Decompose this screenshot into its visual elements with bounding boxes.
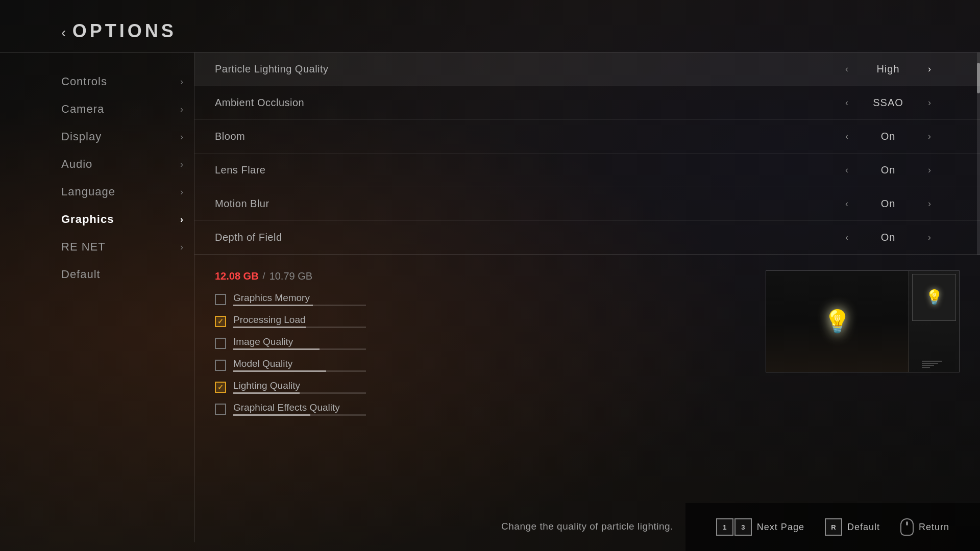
sidebar-label-renet: RE NET: [61, 240, 106, 254]
setting-row-ambient-occlusion: Ambient Occlusion ‹ SSAO ›: [194, 86, 980, 120]
sidebar-label-language: Language: [61, 185, 115, 198]
setting-value-lens-flare: On: [863, 164, 914, 176]
sidebar: Controls › Camera › Display › Audio › La…: [0, 53, 194, 542]
progress-bar-model-quality: [233, 370, 366, 372]
sidebar-item-display[interactable]: Display ›: [61, 123, 194, 151]
chevron-icon: ›: [180, 214, 184, 225]
chevron-icon: ›: [180, 132, 184, 142]
bottom-nav: 1 3 Next Page R Default Return: [685, 503, 980, 551]
setting-controls-motion-blur: ‹ On ›: [817, 196, 960, 211]
default-button[interactable]: R Default: [815, 513, 890, 541]
description-text: Change the quality of particle lighting.: [501, 521, 673, 532]
header: ‹ OPTIONS: [0, 0, 980, 53]
arrow-right-bloom[interactable]: ›: [924, 129, 935, 144]
setting-row-bloom: Bloom ‹ On ›: [194, 120, 980, 154]
sidebar-label-default: Default: [61, 268, 101, 281]
progress-fill-lighting-quality: [233, 392, 300, 394]
setting-name-lens-flare: Lens Flare: [215, 164, 817, 176]
default-label: Default: [847, 522, 880, 533]
progress-bar-lighting-quality: [233, 392, 366, 394]
sidebar-label-audio: Audio: [61, 158, 92, 171]
progress-bar-processing-load: [233, 327, 366, 328]
checkbox-model-quality[interactable]: [215, 360, 226, 371]
checkbox-label-graphical-effects: Graphical Effects Quality: [233, 402, 366, 413]
setting-name-motion-blur: Motion Blur: [215, 198, 817, 210]
sidebar-item-renet[interactable]: RE NET ›: [61, 233, 194, 261]
setting-name-particle-lighting: Particle Lighting Quality: [215, 63, 817, 75]
setting-value-particle-lighting: High: [863, 63, 914, 75]
setting-name-depth-of-field: Depth of Field: [215, 232, 817, 243]
arrow-right-particle-lighting[interactable]: ›: [924, 62, 935, 77]
return-button[interactable]: Return: [890, 513, 960, 541]
progress-bar-graphics-memory: [233, 305, 366, 306]
setting-value-depth-of-field: On: [863, 232, 914, 243]
arrow-left-motion-blur[interactable]: ‹: [841, 196, 852, 211]
setting-value-bloom: On: [863, 131, 914, 142]
setting-row-depth-of-field: Depth of Field ‹ On ›: [194, 221, 980, 255]
checkbox-graphics-memory[interactable]: [215, 294, 226, 305]
key-1: 1: [716, 518, 733, 536]
checkbox-label-graphics-memory: Graphics Memory: [233, 292, 366, 304]
scrollbar-thumb[interactable]: [977, 63, 980, 93]
preview-right-bottom: [909, 322, 959, 372]
next-page-keys: 1 3: [716, 518, 752, 536]
sidebar-item-audio[interactable]: Audio ›: [61, 151, 194, 178]
preview-images: 💡 💡: [766, 270, 960, 372]
arrow-left-ambient-occlusion[interactable]: ‹: [841, 95, 852, 110]
chevron-icon: ›: [180, 187, 184, 197]
setting-controls-ambient-occlusion: ‹ SSAO ›: [817, 95, 960, 110]
checkbox-row-graphical-effects: Graphical Effects Quality: [215, 402, 745, 416]
checkbox-row-graphics-memory: Graphics Memory: [215, 292, 745, 306]
sidebar-item-language[interactable]: Language ›: [61, 178, 194, 206]
setting-name-ambient-occlusion: Ambient Occlusion: [215, 97, 817, 109]
scrollbar-track: [977, 53, 980, 255]
setting-value-ambient-occlusion: SSAO: [863, 97, 914, 109]
arrow-left-lens-flare[interactable]: ‹: [841, 163, 852, 178]
setting-value-motion-blur: On: [863, 198, 914, 210]
bottom-panel: 12.08 GB / 10.79 GB Graphics Memory: [194, 255, 980, 511]
sidebar-item-camera[interactable]: Camera ›: [61, 95, 194, 123]
staircase-lines: [922, 361, 942, 368]
preview-right: 💡: [909, 271, 959, 372]
arrow-right-lens-flare[interactable]: ›: [924, 163, 935, 178]
checkbox-label-image-quality: Image Quality: [233, 336, 366, 347]
sidebar-item-graphics[interactable]: Graphics ›: [61, 206, 194, 233]
setting-controls-depth-of-field: ‹ On ›: [817, 230, 960, 245]
sidebar-label-camera: Camera: [61, 103, 104, 116]
setting-row-lens-flare: Lens Flare ‹ On ›: [194, 154, 980, 187]
arrow-left-bloom[interactable]: ‹: [841, 129, 852, 144]
arrow-right-depth-of-field[interactable]: ›: [924, 230, 935, 245]
progress-bar-graphical-effects: [233, 414, 366, 416]
chevron-icon: ›: [180, 77, 184, 87]
memory-available-value: 10.79 GB: [270, 270, 313, 282]
sidebar-label-controls: Controls: [61, 75, 107, 88]
progress-fill-image-quality: [233, 348, 320, 350]
mouse-scroll: [906, 521, 908, 525]
arrow-left-particle-lighting[interactable]: ‹: [841, 62, 852, 77]
checkbox-graphical-effects[interactable]: [215, 404, 226, 415]
checkboxes-section: 12.08 GB / 10.79 GB Graphics Memory: [215, 270, 745, 495]
memory-display: 12.08 GB / 10.79 GB: [215, 270, 745, 282]
checkbox-row-image-quality: Image Quality: [215, 336, 745, 350]
settings-list: Particle Lighting Quality ‹ High › Ambie…: [194, 53, 980, 255]
main-container: ‹ OPTIONS Controls › Camera › Display › …: [0, 0, 980, 551]
checkbox-lighting-quality[interactable]: [215, 382, 226, 393]
chevron-icon: ›: [180, 159, 184, 170]
checkbox-processing-load[interactable]: [215, 316, 226, 327]
setting-controls-lens-flare: ‹ On ›: [817, 163, 960, 178]
arrow-left-depth-of-field[interactable]: ‹: [841, 230, 852, 245]
sidebar-label-graphics: Graphics: [61, 213, 114, 226]
next-page-button[interactable]: 1 3 Next Page: [706, 513, 815, 541]
preview-left: 💡: [766, 271, 909, 372]
arrow-right-ambient-occlusion[interactable]: ›: [924, 95, 935, 110]
memory-separator: /: [263, 271, 265, 282]
arrow-right-motion-blur[interactable]: ›: [924, 196, 935, 211]
checkbox-image-quality[interactable]: [215, 338, 226, 349]
sidebar-item-controls[interactable]: Controls ›: [61, 68, 194, 95]
checkbox-label-model-quality: Model Quality: [233, 358, 366, 369]
page-title: OPTIONS: [72, 20, 177, 42]
mouse-icon: [900, 518, 914, 536]
checkbox-label-processing-load: Processing Load: [233, 314, 366, 325]
sidebar-item-default[interactable]: Default: [61, 261, 194, 288]
setting-row-particle-lighting: Particle Lighting Quality ‹ High ›: [194, 53, 980, 86]
